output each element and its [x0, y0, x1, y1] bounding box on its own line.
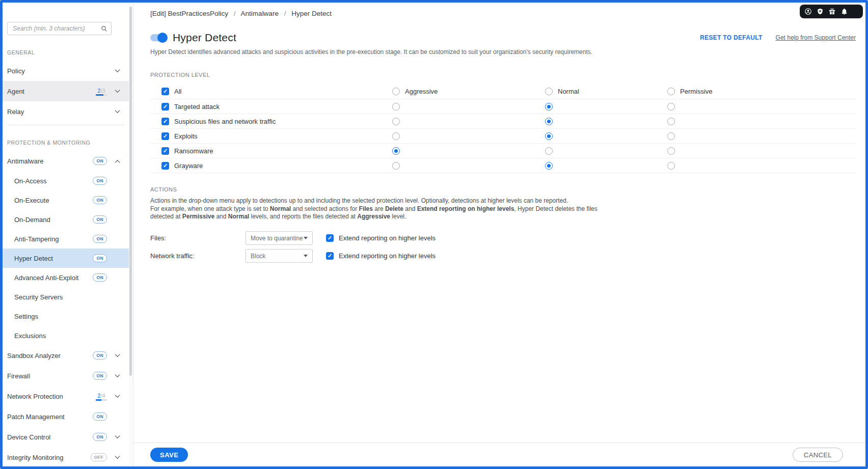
- network-traffic-extend-checkbox[interactable]: [326, 252, 334, 260]
- sidebar-item-policy[interactable]: Policy: [3, 61, 129, 81]
- checkbox-ransomware[interactable]: [161, 147, 169, 155]
- radio-aggressive-targeted-attack[interactable]: [392, 103, 400, 111]
- sidebar-item-advanced-anti-exploit[interactable]: Advanced Anti-ExploitON: [3, 268, 129, 287]
- sidebar-item-label: On-Execute: [14, 197, 93, 204]
- radio-aggressive-ransomware[interactable]: [392, 147, 400, 155]
- radio-permissive-suspicious-files-and-network-traffic[interactable]: [667, 118, 675, 125]
- sidebar-item-label: On-Demand: [14, 216, 93, 224]
- breadcrumb-antimalware[interactable]: Antimalware: [241, 10, 279, 17]
- status-badge: ON: [93, 351, 107, 360]
- chevron-down-icon: [304, 255, 308, 257]
- protection-row-all: AllAggressiveNormalPermissive: [150, 84, 856, 99]
- bell-icon[interactable]: [840, 8, 848, 15]
- radio-aggressive-exploits[interactable]: [392, 132, 400, 140]
- search-input[interactable]: [13, 25, 101, 32]
- radio-permissive-targeted-attack[interactable]: [667, 103, 675, 111]
- progress-badge: 2/3: [96, 87, 107, 96]
- protection-row-label: Grayware: [174, 162, 203, 170]
- reset-to-default-button[interactable]: RESET TO DEFAULT: [700, 34, 762, 41]
- sidebar-item-on-access[interactable]: On-AccessON: [3, 171, 129, 190]
- sidebar-item-anti-tampering[interactable]: Anti-TamperingON: [3, 229, 129, 249]
- sidebar-item-settings[interactable]: Settings: [3, 307, 129, 326]
- radio-normal-ransomware[interactable]: [545, 147, 553, 155]
- sidebar-scrollbar-thumb[interactable]: [129, 7, 132, 376]
- sidebar-item-patch-management[interactable]: Patch ManagementON: [3, 406, 129, 427]
- files-extend-label: Extend reporting on higher levels: [339, 234, 436, 242]
- cancel-button[interactable]: CANCEL: [793, 448, 843, 462]
- sidebar-section-label-general: GENERAL: [7, 49, 129, 56]
- column-label-permissive: Permissive: [680, 88, 713, 95]
- sidebar-item-hyper-detect[interactable]: Hyper DetectON: [3, 249, 129, 268]
- shield-plus-icon[interactable]: [817, 8, 824, 15]
- files-label: Files:: [150, 234, 246, 242]
- files-extend-group: Extend reporting on higher levels: [326, 234, 436, 242]
- gift-icon[interactable]: [828, 8, 836, 15]
- actions-heading: ACTIONS: [150, 186, 856, 192]
- sidebar-item-label: Device Control: [7, 433, 93, 441]
- protection-row-label: All: [174, 88, 181, 95]
- status-badge: ON: [93, 433, 107, 441]
- breadcrumb-policy[interactable]: [Edit] BestPracticesPolicy: [150, 10, 228, 17]
- sidebar-item-antimalware[interactable]: AntimalwareON: [3, 151, 129, 171]
- checkbox-suspicious-files-and-network-traffic[interactable]: [161, 118, 169, 125]
- radio-aggressive-grayware[interactable]: [392, 162, 400, 170]
- radio-permissive-grayware[interactable]: [667, 162, 675, 170]
- radio-permissive-exploits[interactable]: [667, 132, 675, 140]
- radio-permissive-all[interactable]: [667, 88, 675, 95]
- sidebar-item-on-execute[interactable]: On-ExecuteON: [3, 190, 129, 210]
- files-action-dropdown[interactable]: Move to quarantine: [246, 231, 313, 245]
- protection-row-exploits: Exploits: [150, 129, 856, 144]
- sidebar-item-firewall[interactable]: FirewallON: [3, 366, 129, 386]
- files-action-value: Move to quarantine: [251, 235, 303, 242]
- support-center-link[interactable]: Get help from Support Center: [776, 34, 856, 41]
- protection-row-targeted-attack: Targeted attack: [150, 99, 856, 114]
- radio-normal-grayware[interactable]: [545, 162, 553, 170]
- sidebar-divider: [7, 125, 124, 125]
- radio-normal-suspicious-files-and-network-traffic[interactable]: [545, 118, 553, 125]
- user-icon[interactable]: [804, 8, 812, 15]
- sidebar-item-integrity-monitoring[interactable]: Integrity MonitoringOFF: [3, 447, 129, 466]
- network-traffic-extend-label: Extend reporting on higher levels: [339, 252, 436, 260]
- sidebar-item-sandbox-analyzer[interactable]: Sandbox AnalyzerON: [3, 345, 129, 366]
- sidebar-item-label: Exclusions: [14, 332, 107, 340]
- chevron-down-icon: [304, 237, 308, 239]
- protection-level-heading: PROTECTION LEVEL: [150, 72, 856, 78]
- radio-normal-all[interactable]: [545, 88, 553, 95]
- network-traffic-action-dropdown[interactable]: Block: [246, 249, 313, 263]
- checkbox-grayware[interactable]: [161, 162, 169, 170]
- radio-permissive-ransomware[interactable]: [667, 147, 675, 155]
- radio-normal-targeted-attack[interactable]: [545, 103, 553, 111]
- checkbox-all[interactable]: [161, 88, 169, 95]
- sidebar-item-security-servers[interactable]: Security Servers: [3, 287, 129, 307]
- chevron-down-icon: [114, 395, 120, 398]
- save-button[interactable]: SAVE: [150, 448, 188, 462]
- sidebar-item-exclusions[interactable]: Exclusions: [3, 326, 129, 345]
- sidebar-item-on-demand[interactable]: On-DemandON: [3, 210, 129, 229]
- radio-normal-exploits[interactable]: [545, 132, 553, 140]
- sidebar-item-network-protection[interactable]: Network Protection2/4: [3, 386, 129, 406]
- main-panel: [Edit] BestPracticesPolicy / Antimalware…: [133, 3, 865, 466]
- sidebar-item-label: Sandbox Analyzer: [7, 352, 93, 360]
- checkbox-targeted-attack[interactable]: [161, 103, 169, 111]
- protection-row-ransomware: Ransomware: [150, 144, 856, 158]
- checkbox-exploits[interactable]: [161, 132, 169, 140]
- sidebar-item-label: Policy: [7, 67, 107, 75]
- topbar-icon-bar: [800, 5, 863, 18]
- sidebar-item-relay[interactable]: Relay: [3, 101, 129, 122]
- protection-row-label: Exploits: [174, 132, 198, 140]
- sidebar-item-label: Patch Management: [7, 413, 93, 421]
- files-extend-checkbox[interactable]: [326, 234, 334, 242]
- status-badge: ON: [93, 372, 107, 380]
- sidebar-item-label: Integrity Monitoring: [7, 454, 91, 461]
- radio-aggressive-all[interactable]: [392, 88, 400, 95]
- toggle-knob: [157, 33, 168, 43]
- search-icon: [101, 25, 107, 32]
- hyper-detect-toggle[interactable]: [150, 34, 167, 41]
- sidebar-item-device-control[interactable]: Device ControlON: [3, 427, 129, 447]
- status-badge: ON: [93, 196, 107, 204]
- sidebar-item-agent[interactable]: Agent2/3: [3, 81, 129, 101]
- title-row: Hyper Detect RESET TO DEFAULT Get help f…: [150, 32, 856, 44]
- status-badge: ON: [93, 157, 107, 165]
- sidebar-scrollbar: [129, 3, 133, 466]
- radio-aggressive-suspicious-files-and-network-traffic[interactable]: [392, 118, 400, 125]
